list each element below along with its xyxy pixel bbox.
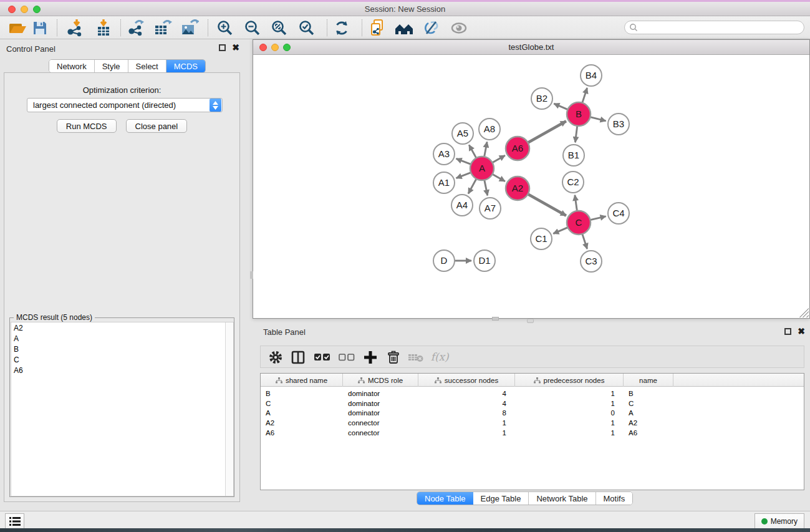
column-header-shared-name[interactable]: shared name: [261, 374, 343, 387]
import-network-icon[interactable]: [64, 18, 85, 37]
table-row-B[interactable]: Bdominator41B: [261, 389, 804, 399]
column-header-predecessor-nodes[interactable]: predecessor nodes: [515, 374, 624, 387]
float-panel-icon[interactable]: [219, 44, 226, 51]
node-A1[interactable]: A1: [433, 172, 455, 193]
network-window-titlebar[interactable]: testGlobe.txt: [253, 40, 809, 55]
export-table-icon[interactable]: [152, 18, 173, 37]
edge-A-A6[interactable]: [493, 155, 505, 162]
node-C4[interactable]: C4: [608, 203, 629, 224]
zoom-out-icon[interactable]: [242, 18, 263, 37]
hide-details-icon[interactable]: [421, 18, 442, 37]
network-close-button[interactable]: [259, 44, 267, 51]
network-zoom-button[interactable]: [283, 44, 291, 51]
edge-B-B4[interactable]: [582, 88, 587, 103]
new-network-from-selection-icon[interactable]: [367, 18, 388, 37]
select-all-rows-icon[interactable]: [312, 348, 332, 367]
node-A6[interactable]: A6: [506, 137, 529, 160]
edge-A-A5[interactable]: [469, 145, 476, 158]
edge-C-C3[interactable]: [582, 234, 587, 249]
refresh-layout-icon[interactable]: [331, 18, 352, 37]
tab-network-table[interactable]: Network Table: [529, 492, 595, 505]
edge-B-B1[interactable]: [576, 126, 577, 142]
node-A2[interactable]: A2: [506, 177, 529, 200]
deselect-all-rows-icon[interactable]: [337, 348, 357, 367]
search-field[interactable]: [624, 21, 804, 34]
mcds-result-item[interactable]: A: [11, 333, 233, 344]
table-settings-gear-icon[interactable]: [266, 348, 286, 367]
network-canvas[interactable]: AA1A2A3A4A5A6A7A8BB1B2B3B4CC1C2C3C4DD1: [253, 56, 809, 318]
node-D1[interactable]: D1: [474, 250, 495, 271]
node-C2[interactable]: C2: [562, 172, 584, 193]
node-B1[interactable]: B1: [563, 145, 584, 166]
zoom-in-icon[interactable]: [215, 18, 236, 37]
tab-network[interactable]: Network: [49, 60, 95, 72]
edge-C-C2[interactable]: [575, 195, 577, 211]
table-row-A6[interactable]: A6connector11A6: [261, 428, 804, 438]
split-table-view-icon[interactable]: [288, 348, 308, 367]
tab-select[interactable]: Select: [128, 60, 166, 72]
edge-B-B2[interactable]: [554, 104, 567, 109]
run-mcds-button[interactable]: Run MCDS: [57, 119, 117, 133]
optimization-criterion-dropdown[interactable]: largest connected component (directed): [27, 98, 223, 112]
first-neighbors-icon[interactable]: [393, 18, 415, 37]
node-A3[interactable]: A3: [433, 143, 455, 165]
zoom-fit-icon[interactable]: [269, 18, 290, 37]
edge-C-C4[interactable]: [591, 216, 606, 220]
node-A[interactable]: A: [470, 157, 494, 180]
edge-A-A1[interactable]: [456, 173, 471, 178]
close-window-button[interactable]: [8, 6, 16, 13]
tab-edge-table[interactable]: Edge Table: [473, 492, 529, 505]
node-A7[interactable]: A7: [480, 198, 501, 219]
close-panel-button[interactable]: Close panel: [126, 119, 188, 133]
edge-A-A7[interactable]: [485, 180, 488, 196]
node-B3[interactable]: B3: [608, 114, 629, 135]
tab-mcds[interactable]: MCDS: [166, 60, 205, 72]
tab-style[interactable]: Style: [95, 60, 128, 72]
node-B[interactable]: B: [567, 102, 591, 126]
node-B4[interactable]: B4: [581, 65, 602, 86]
zoom-window-button[interactable]: [33, 6, 41, 13]
tab-node-table[interactable]: Node Table: [417, 492, 473, 505]
zoom-selected-icon[interactable]: [296, 18, 317, 37]
export-image-icon[interactable]: [179, 18, 200, 37]
save-session-icon[interactable]: [29, 18, 51, 37]
column-header-name[interactable]: name: [624, 374, 673, 387]
open-session-icon[interactable]: [7, 18, 28, 37]
table-row-A[interactable]: Adominator80A: [261, 408, 804, 418]
vertical-scrollbar-thumb[interactable]: [250, 271, 253, 279]
task-history-button[interactable]: [5, 513, 24, 529]
edge-B-B3[interactable]: [590, 117, 605, 121]
mcds-result-item[interactable]: A2: [11, 322, 233, 333]
edge-A-A4[interactable]: [468, 179, 476, 194]
close-panel-icon[interactable]: ✖: [232, 44, 239, 51]
table-row-C[interactable]: Cdominator41C: [261, 399, 804, 409]
edge-C-C1[interactable]: [553, 228, 567, 234]
network-minimize-button[interactable]: [271, 44, 279, 51]
network-graph[interactable]: AA1A2A3A4A5A6A7A8BB1B2B3B4CC1C2C3C4DD1: [253, 56, 809, 318]
edge-A6-B[interactable]: [528, 121, 566, 142]
float-table-panel-icon[interactable]: [784, 328, 791, 335]
node-B2[interactable]: B2: [531, 88, 552, 109]
column-header-successor-nodes[interactable]: successor nodes: [418, 374, 515, 387]
tab-motifs[interactable]: Motifs: [596, 492, 633, 505]
node-C3[interactable]: C3: [581, 251, 602, 272]
mcds-result-item[interactable]: B: [11, 344, 233, 354]
node-C1[interactable]: C1: [531, 228, 552, 249]
export-network-icon[interactable]: [125, 18, 147, 37]
import-table-icon[interactable]: [93, 18, 114, 37]
edge-A2-C[interactable]: [528, 194, 566, 215]
node-table[interactable]: shared nameMCDS rolesuccessor nodesprede…: [260, 373, 804, 490]
node-A8[interactable]: A8: [479, 118, 500, 140]
node-A4[interactable]: A4: [451, 195, 473, 216]
show-details-eye-icon[interactable]: [448, 18, 470, 37]
resize-grip-icon[interactable]: [799, 308, 809, 317]
minimize-window-button[interactable]: [21, 6, 28, 13]
node-C[interactable]: C: [567, 211, 591, 235]
column-header-MCDS-role[interactable]: MCDS role: [343, 374, 418, 387]
delete-column-icon[interactable]: [383, 348, 403, 367]
node-A5[interactable]: A5: [452, 123, 473, 144]
list-scrollbar[interactable]: [225, 322, 233, 496]
table-row-A2[interactable]: A2connector11A2: [261, 418, 804, 428]
edge-A-A2[interactable]: [493, 174, 505, 181]
create-column-icon[interactable]: [360, 348, 380, 367]
